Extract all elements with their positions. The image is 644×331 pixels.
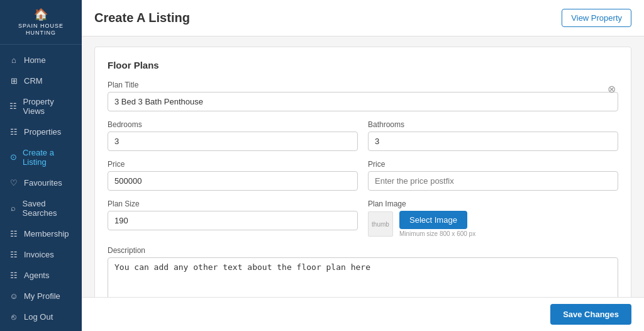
plan-image-group: Plan Image thumb Select Image Minimum si… [368, 199, 618, 237]
bedrooms-group: Bedrooms [108, 120, 358, 151]
sidebar-label-membership: Membership [24, 229, 69, 238]
plan-title-row: Plan Title ⊗ [108, 81, 618, 111]
plan-image-label: Plan Image [368, 199, 618, 208]
bathrooms-label: Bathrooms [368, 120, 618, 129]
sidebar-label-home: Home [24, 55, 46, 65]
crm-icon: ⊞ [9, 76, 19, 86]
description-input[interactable] [108, 257, 618, 297]
logo-icon: 🏠 [6, 8, 75, 21]
sidebar-nav: ⌂Home⊞CRM☷Property Views☷Properties⊙Crea… [0, 45, 82, 331]
plan-size-input[interactable] [108, 211, 358, 230]
plan-title-label: Plan Title [108, 81, 618, 89]
sidebar-logo: 🏠 SPAIN HOUSE HUNTING [0, 0, 82, 45]
logo-text: SPAIN HOUSE HUNTING [6, 23, 75, 36]
invoices-icon: ☷ [9, 250, 19, 259]
price-postfix-label: Price [368, 160, 618, 169]
footer-bar: Save Changes [82, 297, 644, 331]
sidebar-item-home[interactable]: ⌂Home [0, 50, 82, 70]
bedrooms-input[interactable] [108, 132, 358, 151]
saved-searches-icon: ⌕ [9, 203, 18, 213]
log-out-icon: ⎋ [9, 312, 19, 322]
description-group: Description [108, 246, 618, 297]
header: Create A Listing View Property [82, 0, 644, 36]
bathrooms-input[interactable] [368, 132, 618, 151]
sidebar-label-saved-searches: Saved Searches [23, 199, 74, 218]
sidebar-item-saved-searches[interactable]: ⌕Saved Searches [0, 193, 82, 223]
sidebar-label-favourites: Favourites [24, 178, 62, 188]
price-input[interactable] [108, 171, 358, 191]
sidebar-item-property-views[interactable]: ☷Property Views [0, 91, 82, 121]
sidebar-label-agents: Agents [24, 271, 49, 280]
bedrooms-label: Bedrooms [108, 120, 358, 129]
save-changes-button[interactable]: Save Changes [550, 304, 631, 325]
plan-image-inner: thumb Select Image Minimum size 800 x 60… [368, 211, 618, 237]
content-area: Floor Plans Plan Title ⊗ Bedrooms Bathro… [82, 36, 644, 297]
property-views-icon: ☷ [9, 101, 18, 111]
sidebar-label-property-views: Property Views [23, 97, 73, 116]
plan-title-input[interactable] [108, 92, 618, 111]
page-title: Create A Listing [94, 11, 190, 25]
sidebar-label-crm: CRM [24, 76, 43, 86]
sidebar-item-my-profile[interactable]: ☺My Profile [0, 286, 82, 306]
membership-icon: ☷ [9, 229, 19, 238]
my-profile-icon: ☺ [9, 291, 19, 301]
view-property-button[interactable]: View Property [562, 9, 631, 27]
image-size-hint: Minimum size 800 x 600 px [399, 230, 475, 237]
properties-icon: ☷ [9, 127, 19, 137]
sidebar-item-favourites[interactable]: ♡Favourites [0, 172, 82, 193]
main-content: Create A Listing View Property Floor Pla… [82, 0, 644, 331]
sidebar-label-invoices: Invoices [24, 250, 54, 259]
sidebar-label-log-out: Log Out [24, 312, 53, 322]
price-label: Price [108, 160, 358, 169]
image-thumbnail: thumb [368, 211, 393, 237]
sidebar-item-crm[interactable]: ⊞CRM [0, 70, 82, 91]
create-listing-icon: ⊙ [9, 152, 18, 162]
sidebar-item-properties[interactable]: ☷Properties [0, 121, 82, 142]
delete-plan-icon[interactable]: ⊗ [605, 81, 618, 98]
sidebar-item-agents[interactable]: ☷Agents [0, 265, 82, 286]
bathrooms-group: Bathrooms [368, 120, 618, 151]
sidebar-item-membership[interactable]: ☷Membership [0, 223, 82, 244]
price-row: Price Price [108, 160, 618, 191]
agents-icon: ☷ [9, 271, 19, 280]
plan-size-label: Plan Size [108, 199, 358, 208]
floor-plans-title: Floor Plans [108, 60, 618, 70]
sidebar: 🏠 SPAIN HOUSE HUNTING ⌂Home⊞CRM☷Property… [0, 0, 82, 331]
home-icon: ⌂ [9, 55, 19, 65]
sidebar-label-properties: Properties [24, 127, 61, 137]
favourites-icon: ♡ [9, 178, 19, 188]
price-postfix-input[interactable] [368, 171, 618, 191]
image-controls: Select Image Minimum size 800 x 600 px [399, 211, 475, 237]
sidebar-label-my-profile: My Profile [24, 291, 60, 301]
price-group: Price [108, 160, 358, 191]
sidebar-item-create-listing[interactable]: ⊙Create a Listing [0, 142, 82, 172]
plan-size-group: Plan Size [108, 199, 358, 237]
sidebar-label-create-listing: Create a Listing [23, 148, 73, 167]
bed-bath-row: Bedrooms Bathrooms [108, 120, 618, 151]
size-image-row: Plan Size Plan Image thumb Select Image … [108, 199, 618, 237]
select-image-button[interactable]: Select Image [399, 211, 467, 229]
plan-title-group: Plan Title [108, 81, 618, 111]
description-label: Description [108, 246, 618, 255]
floor-plans-card: Floor Plans Plan Title ⊗ Bedrooms Bathro… [94, 47, 631, 297]
sidebar-item-invoices[interactable]: ☷Invoices [0, 244, 82, 265]
sidebar-item-log-out[interactable]: ⎋Log Out [0, 306, 82, 327]
price-postfix-group: Price [368, 160, 618, 191]
